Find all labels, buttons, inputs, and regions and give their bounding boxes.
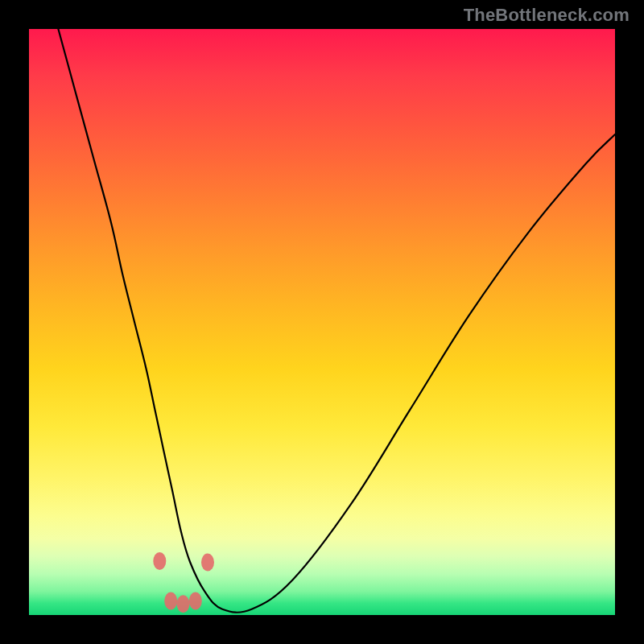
bottleneck-curve bbox=[58, 29, 615, 613]
curve-markers bbox=[153, 552, 214, 613]
curve-marker-4 bbox=[177, 595, 190, 613]
chart-frame: TheBottleneck.com bbox=[0, 0, 644, 644]
curve-marker-0 bbox=[153, 552, 166, 570]
watermark-text: TheBottleneck.com bbox=[464, 5, 630, 26]
curve-layer bbox=[29, 29, 615, 615]
curve-marker-1 bbox=[201, 554, 214, 572]
curve-marker-2 bbox=[164, 592, 177, 610]
plot-area bbox=[29, 29, 615, 615]
curve-marker-3 bbox=[189, 592, 202, 610]
